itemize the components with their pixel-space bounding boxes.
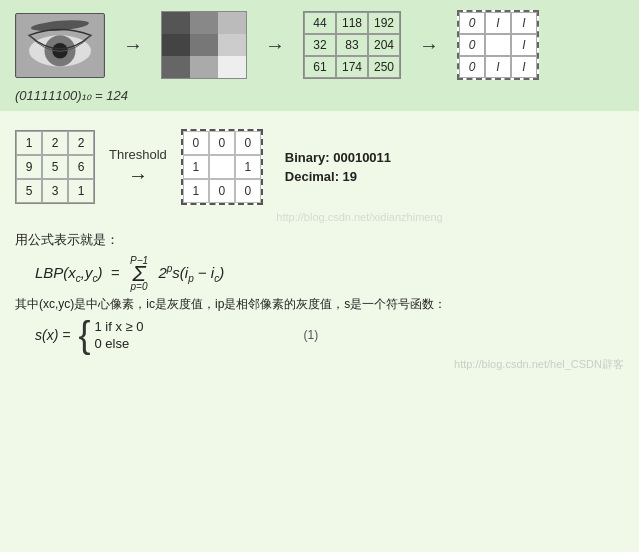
watermark-2: http://blog.csdn.net/hel_CSDN辟客 (15, 357, 624, 372)
arrow-3: → (419, 34, 439, 57)
lbp-input-cell: 6 (68, 155, 94, 179)
pixel-cell (218, 12, 246, 34)
bottom-section: 1 2 2 9 5 6 5 3 1 Threshold → 0 0 0 1 1 … (0, 111, 639, 382)
value-cell: 32 (304, 34, 336, 56)
threshold-label: Threshold (109, 147, 167, 162)
value-cell: 174 (336, 56, 368, 78)
case-2: 0 else (94, 336, 143, 351)
lbp-output-cell: 1 (183, 179, 209, 203)
value-cell: 44 (304, 12, 336, 34)
lbp-output-cell: 0 (209, 179, 235, 203)
lbp-input-cell: 1 (68, 179, 94, 203)
lbp-input-cell: 3 (42, 179, 68, 203)
binary-output-grid: 0 I I 0 I 0 I I (457, 10, 539, 80)
case-1: 1 if x ≥ 0 (94, 319, 143, 334)
lbp-input-cell: 5 (16, 179, 42, 203)
piecewise-function: s(x) = { 1 if x ≥ 0 0 else (1) (35, 317, 624, 353)
formula-desc: 其中(xc,yc)是中心像素，ic是灰度值，ip是相邻像素的灰度值，s是一个符号… (15, 296, 624, 313)
formula-section: 用公式表示就是： LBP(xc,yc) = P−1 Σ p=0 2ps(ip −… (15, 231, 624, 353)
pixel-cell (218, 56, 246, 78)
binary-cell: I (485, 12, 511, 34)
lbp-formula: LBP(xc,yc) = P−1 Σ p=0 2ps(ip − ic) (35, 255, 624, 292)
pixel-cell (190, 12, 218, 34)
value-cell: 192 (368, 12, 400, 34)
top-row: → → 44 118 192 32 83 204 61 174 250 → (15, 10, 624, 80)
lbp-output-grid: 0 0 0 1 1 1 0 0 (181, 129, 263, 205)
piecewise-brace: { (78, 317, 90, 353)
binary-cell (485, 34, 511, 56)
lbp-diagram: 1 2 2 9 5 6 5 3 1 Threshold → 0 0 0 1 1 … (15, 129, 624, 205)
pixel-cell (162, 56, 190, 78)
binary-cell: 0 (459, 12, 485, 34)
binary-cell: I (511, 34, 537, 56)
value-cell: 61 (304, 56, 336, 78)
lbp-input-cell: 1 (16, 131, 42, 155)
watermark-1: http://blog.csdn.net/xidianzhimeng (95, 211, 624, 223)
pixel-cell (190, 56, 218, 78)
decimal-result: Decimal: 19 (285, 169, 391, 184)
lbp-output-cell: 0 (209, 131, 235, 155)
value-cell: 204 (368, 34, 400, 56)
top-section: → → 44 118 192 32 83 204 61 174 250 → (0, 0, 639, 111)
piecewise-cases: 1 if x ≥ 0 0 else (94, 319, 143, 351)
binary-cell: I (485, 56, 511, 78)
value-cell: 250 (368, 56, 400, 78)
piecewise-left: s(x) = (35, 327, 70, 343)
arrow-1: → (123, 34, 143, 57)
lbp-output-cell: 0 (183, 131, 209, 155)
eye-image (15, 13, 105, 78)
lbp-input-cell: 5 (42, 155, 68, 179)
pixel-cell (190, 34, 218, 56)
lbp-output-cell: 0 (235, 179, 261, 203)
lbp-input-cell: 9 (16, 155, 42, 179)
pixel-grid (161, 11, 247, 79)
binary-cell: 0 (459, 56, 485, 78)
lbp-output-cell (209, 155, 235, 179)
value-cell: 118 (336, 12, 368, 34)
binary-cell: 0 (459, 34, 485, 56)
lbp-input-cell: 2 (42, 131, 68, 155)
formula-intro: 用公式表示就是： (15, 231, 624, 249)
value-grid: 44 118 192 32 83 204 61 174 250 (303, 11, 401, 79)
lbp-output-cell: 0 (235, 131, 261, 155)
value-cell: 83 (336, 34, 368, 56)
equation-number: (1) (303, 328, 318, 342)
lbp-input-grid: 1 2 2 9 5 6 5 3 1 (15, 130, 95, 204)
arrow-2: → (265, 34, 285, 57)
lbp-output-cell: 1 (183, 155, 209, 179)
pixel-cell (162, 12, 190, 34)
threshold-arrow: → (128, 164, 148, 187)
binary-cell: I (511, 56, 537, 78)
pixel-cell (162, 34, 190, 56)
binary-decimal-result: Binary: 00010011 Decimal: 19 (285, 150, 391, 184)
lbp-input-cell: 2 (68, 131, 94, 155)
binary-cell: I (511, 12, 537, 34)
lbp-output-cell: 1 (235, 155, 261, 179)
equation-line: (01111100)₁₀ = 124 (15, 88, 624, 103)
binary-result: Binary: 00010011 (285, 150, 391, 165)
pixel-cell (218, 34, 246, 56)
